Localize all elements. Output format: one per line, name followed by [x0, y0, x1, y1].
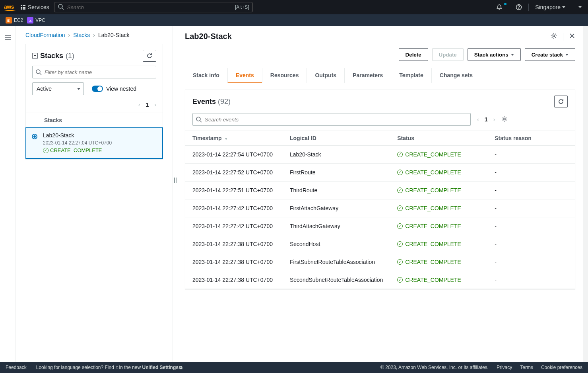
caret-down-icon: [565, 54, 569, 56]
cell-logical-id: FirstSubnetRouteTableAssociation: [283, 253, 390, 271]
notifications-button[interactable]: [494, 4, 505, 10]
check-circle-icon: ✓: [397, 205, 403, 211]
next-page-button[interactable]: ›: [493, 116, 495, 123]
help-button[interactable]: [513, 4, 524, 10]
events-table: Timestamp▼ Logical ID Status Status reas…: [185, 131, 575, 289]
copyright: © 2023, Amazon Web Services, Inc. or its…: [380, 365, 489, 370]
service-pill-vpc[interactable]: ☁ VPC: [27, 17, 45, 23]
cookies-link[interactable]: Cookie preferences: [541, 365, 582, 370]
cell-timestamp: 2023-01-14 22:27:42 UTC+0700: [185, 199, 283, 217]
cell-reason: -: [487, 182, 575, 199]
cell-timestamp: 2023-01-14 22:27:38 UTC+0700: [185, 235, 283, 253]
tab-stack-info[interactable]: Stack info: [185, 68, 227, 83]
hamburger-button[interactable]: [5, 35, 11, 40]
breadcrumb: CloudFormation › Stacks › Lab20-Stack: [16, 26, 173, 44]
notification-dot-icon: [504, 3, 506, 5]
collapse-icon[interactable]: −: [32, 53, 38, 59]
cell-logical-id: ThirdAttachGateway: [283, 217, 390, 235]
tab-change-sets[interactable]: Change sets: [431, 68, 481, 83]
search-shortcut: [Alt+S]: [235, 4, 249, 10]
tab-events[interactable]: Events: [227, 68, 262, 83]
cell-reason: -: [487, 146, 575, 164]
cell-logical-id: FirstAttachGateway: [283, 199, 390, 217]
tab-outputs[interactable]: Outputs: [307, 68, 344, 83]
gear-icon: [501, 116, 508, 122]
table-row: 2023-01-14 22:27:54 UTC+0700Lab20-Stack✓…: [185, 146, 575, 164]
aws-logo[interactable]: aws: [4, 4, 16, 11]
col-timestamp[interactable]: Timestamp▼: [185, 131, 283, 146]
breadcrumb-root[interactable]: CloudFormation: [25, 32, 65, 38]
cell-timestamp: 2023-01-14 22:27:51 UTC+0700: [185, 182, 283, 199]
prev-page-button[interactable]: ‹: [477, 116, 479, 123]
actions-label: Stack actions: [474, 52, 508, 58]
stack-item-name: Lab20-Stack: [43, 132, 112, 139]
refresh-stacks-button[interactable]: [143, 50, 156, 62]
region-selector[interactable]: Singapore: [533, 4, 568, 10]
search-input[interactable]: [67, 4, 232, 10]
events-pager: ‹ 1 ›: [477, 116, 495, 123]
caret-down-icon: [562, 6, 565, 8]
caret-down-icon: [511, 54, 514, 56]
close-button[interactable]: [569, 32, 575, 41]
terms-link[interactable]: Terms: [520, 365, 533, 370]
tab-template[interactable]: Template: [391, 68, 431, 83]
tab-parameters[interactable]: Parameters: [344, 68, 391, 83]
check-circle-icon: ✓: [397, 277, 403, 283]
refresh-icon: [146, 53, 153, 59]
cell-reason: -: [487, 271, 575, 289]
panel-resize-handle[interactable]: [173, 26, 179, 362]
events-title-text: Events: [192, 98, 216, 105]
stack-list-item[interactable]: Lab20-Stack 2023-01-14 22:27:04 UTC+0700…: [25, 127, 163, 159]
scrollbar[interactable]: [583, 26, 588, 362]
stack-actions-button[interactable]: Stack actions: [468, 48, 521, 61]
footer: Feedback Looking for language selection?…: [0, 362, 588, 373]
action-buttons: Delete Update Stack actions Create stack: [185, 48, 575, 61]
table-row: 2023-01-14 22:27:52 UTC+0700FirstRoute✓C…: [185, 164, 575, 182]
events-container: Events (92) ‹ 1 ›: [185, 90, 575, 289]
breadcrumb-stacks[interactable]: Stacks: [73, 32, 90, 38]
tab-resources[interactable]: Resources: [262, 68, 307, 83]
events-search: [192, 113, 471, 126]
stacks-list-header: Stacks: [26, 113, 163, 127]
cell-logical-id: FirstRoute: [283, 164, 390, 182]
cell-logical-id: ThirdRoute: [283, 182, 390, 199]
bell-icon: [496, 4, 503, 10]
update-label: Update: [439, 52, 457, 58]
table-settings-button[interactable]: [501, 116, 508, 123]
stacks-list-container: − Stacks (1) Active: [25, 44, 163, 159]
unified-label: Unified Settings: [142, 365, 179, 370]
cell-status: ✓CREATE_COMPLETE: [390, 146, 487, 164]
events-search-input[interactable]: [192, 113, 471, 126]
services-menu[interactable]: Services: [21, 4, 49, 10]
check-circle-icon: ✓: [397, 259, 403, 265]
events-count: (92): [218, 98, 231, 105]
next-page-button[interactable]: ›: [154, 102, 156, 108]
table-row: 2023-01-14 22:27:42 UTC+0700FirstAttachG…: [185, 199, 575, 217]
col-reason[interactable]: Status reason: [487, 131, 575, 146]
create-stack-button[interactable]: Create stack: [525, 48, 575, 61]
svg-point-3: [519, 9, 519, 9]
footer-hint-text: Looking for language selection? Find it …: [36, 365, 142, 370]
external-link-icon: ⧉: [179, 365, 182, 370]
privacy-link[interactable]: Privacy: [497, 365, 512, 370]
create-label: Create stack: [532, 52, 563, 58]
side-rail: [0, 26, 16, 362]
view-nested-toggle[interactable]: View nested: [92, 86, 136, 92]
refresh-events-button[interactable]: [554, 96, 568, 107]
prev-page-button[interactable]: ‹: [138, 102, 140, 108]
settings-button[interactable]: [550, 32, 557, 41]
check-circle-icon: ✓: [397, 223, 403, 229]
service-pill-ec2[interactable]: ◧ EC2: [6, 17, 23, 23]
feedback-link[interactable]: Feedback: [6, 365, 27, 370]
unified-settings-link[interactable]: Unified Settings⧉: [142, 365, 182, 370]
col-logical-id[interactable]: Logical ID: [283, 131, 390, 146]
delete-button[interactable]: Delete: [399, 48, 428, 61]
status-filter-select[interactable]: Active: [32, 82, 84, 95]
col-status[interactable]: Status: [390, 131, 487, 146]
svg-point-0: [58, 4, 62, 8]
radio-selected-icon[interactable]: [32, 134, 37, 139]
account-menu[interactable]: [576, 6, 584, 8]
sort-desc-icon: ▼: [224, 137, 228, 141]
global-search[interactable]: [Alt+S]: [54, 2, 253, 12]
stack-filter-input[interactable]: [32, 66, 156, 78]
